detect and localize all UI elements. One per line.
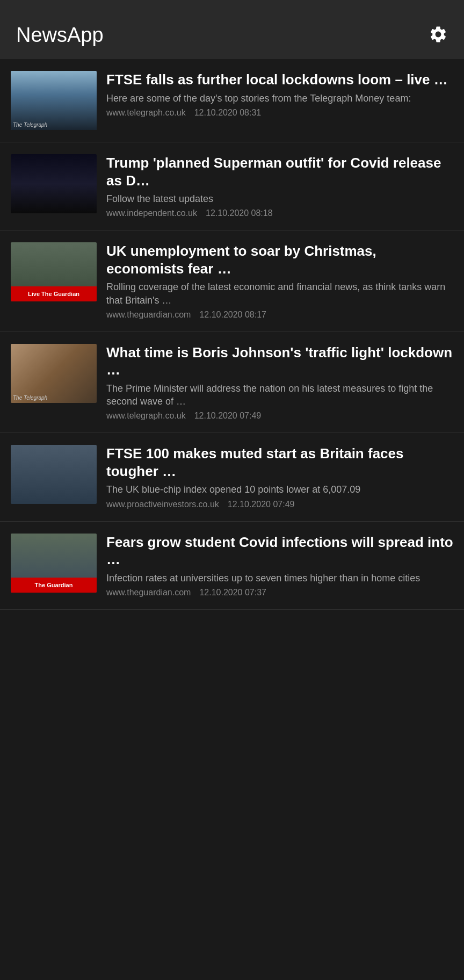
news-thumbnail-1: The Telegraph [11, 71, 97, 130]
news-item-1[interactable]: The Telegraph FTSE falls as further loca… [0, 59, 464, 142]
news-description-5: The UK blue-chip index opened 10 points … [106, 483, 453, 496]
source-label-1: The Telegraph [13, 122, 47, 128]
news-content-3: UK unemployment to soar by Christmas, ec… [106, 242, 453, 320]
guardian-banner-6: The Guardian [11, 578, 97, 593]
news-content-2: Trump 'planned Superman outfit' for Covi… [106, 154, 453, 218]
news-source-3: www.theguardian.com [106, 310, 191, 320]
news-thumbnail-2 [11, 154, 97, 213]
news-item-2[interactable]: Trump 'planned Superman outfit' for Covi… [0, 142, 464, 230]
news-source-4: www.telegraph.co.uk [106, 411, 186, 421]
news-date-6: 12.10.2020 07:37 [199, 588, 266, 597]
news-thumbnail-5 [11, 445, 97, 504]
news-meta-1: www.telegraph.co.uk 12.10.2020 08:31 [106, 108, 453, 118]
news-title-4: What time is Boris Johnson's 'traffic li… [106, 344, 453, 379]
news-thumbnail-3: Live The Guardian [11, 242, 97, 301]
guardian-banner-3: Live The Guardian [11, 286, 97, 301]
news-item-5[interactable]: FTSE 100 makes muted start as Britain fa… [0, 433, 464, 521]
news-source-2: www.independent.co.uk [106, 208, 197, 218]
news-description-1: Here are some of the day's top stories f… [106, 92, 453, 105]
news-source-1: www.telegraph.co.uk [106, 108, 186, 118]
news-date-4: 12.10.2020 07:49 [194, 411, 262, 421]
settings-icon [429, 25, 448, 44]
news-source-5: www.proactiveinvestors.co.uk [106, 500, 219, 509]
news-thumbnail-4: The Telegraph [11, 344, 97, 403]
news-list: The Telegraph FTSE falls as further loca… [0, 59, 464, 610]
news-content-6: Fears grow student Covid infections will… [106, 534, 453, 597]
news-date-3: 12.10.2020 08:17 [199, 310, 266, 320]
news-title-3: UK unemployment to soar by Christmas, ec… [106, 242, 453, 277]
news-title-5: FTSE 100 makes muted start as Britain fa… [106, 445, 453, 480]
news-content-5: FTSE 100 makes muted start as Britain fa… [106, 445, 453, 509]
news-meta-5: www.proactiveinvestors.co.uk 12.10.2020 … [106, 500, 453, 509]
news-date-5: 12.10.2020 07:49 [228, 500, 295, 509]
guardian-banner-text-3: Live The Guardian [28, 291, 79, 297]
news-content-4: What time is Boris Johnson's 'traffic li… [106, 344, 453, 421]
news-meta-4: www.telegraph.co.uk 12.10.2020 07:49 [106, 411, 453, 421]
news-title-6: Fears grow student Covid infections will… [106, 534, 453, 568]
settings-button[interactable] [429, 25, 448, 46]
app-header: NewsApp [0, 0, 464, 59]
news-date-2: 12.10.2020 08:18 [206, 208, 273, 218]
news-description-4: The Prime Minister will address the nati… [106, 382, 453, 408]
source-label-4: The Telegraph [13, 395, 47, 401]
news-source-6: www.theguardian.com [106, 588, 191, 597]
news-item-4[interactable]: The Telegraph What time is Boris Johnson… [0, 332, 464, 434]
news-content-1: FTSE falls as further local lockdowns lo… [106, 71, 453, 118]
news-date-1: 12.10.2020 08:31 [194, 108, 262, 118]
news-meta-3: www.theguardian.com 12.10.2020 08:17 [106, 310, 453, 320]
news-thumbnail-6: The Guardian [11, 534, 97, 593]
news-meta-2: www.independent.co.uk 12.10.2020 08:18 [106, 208, 453, 218]
guardian-banner-text-6: The Guardian [35, 582, 73, 588]
news-title-1: FTSE falls as further local lockdowns lo… [106, 71, 453, 89]
app-title: NewsApp [16, 24, 104, 47]
news-title-2: Trump 'planned Superman outfit' for Covi… [106, 154, 453, 189]
news-item-6[interactable]: The Guardian Fears grow student Covid in… [0, 522, 464, 610]
news-meta-6: www.theguardian.com 12.10.2020 07:37 [106, 588, 453, 597]
news-description-6: Infection rates at universities up to se… [106, 572, 453, 585]
news-item-3[interactable]: Live The Guardian UK unemployment to soa… [0, 230, 464, 332]
news-description-2: Follow the latest updates [106, 192, 453, 205]
news-description-3: Rolling coverage of the latest economic … [106, 280, 453, 307]
